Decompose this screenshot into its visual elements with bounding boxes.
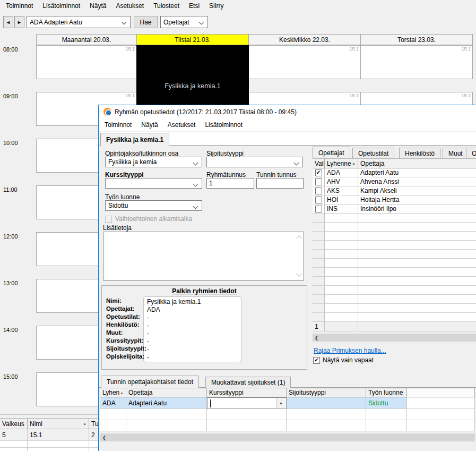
- column-header-tynluonne[interactable]: Työn luonne: [366, 388, 407, 397]
- column-header-opettaja[interactable]: Opettaja: [358, 158, 476, 168]
- empty-cell[interactable]: [325, 286, 358, 295]
- dialog-menu-näytä[interactable]: Näytä: [136, 120, 162, 130]
- empty-cell[interactable]: [325, 232, 358, 241]
- teacher-code-cell[interactable]: AHV: [325, 177, 358, 186]
- next-button[interactable]: ►: [14, 16, 24, 28]
- empty-cell[interactable]: [358, 250, 476, 259]
- tab-editable-placements[interactable]: Muokattavat sijoitukset (1): [205, 377, 291, 388]
- assign-course-type-combobox[interactable]: ▼: [207, 397, 287, 409]
- free-only-checkbox[interactable]: ✔: [313, 357, 320, 364]
- empty-cell[interactable]: [313, 268, 325, 277]
- teacher-code-cell[interactable]: ADA: [325, 168, 358, 177]
- empty-cell[interactable]: [313, 214, 325, 223]
- empty-cell[interactable]: [313, 259, 325, 268]
- empty-cell[interactable]: [358, 241, 476, 250]
- group-id-input[interactable]: 1: [206, 178, 254, 189]
- teacher-name-cell[interactable]: Hoitaja Hertta: [358, 195, 476, 205]
- prev-button[interactable]: ◄: [3, 16, 13, 28]
- empty-cell[interactable]: [358, 304, 476, 313]
- resources-tab-muut[interactable]: Muut: [443, 148, 469, 158]
- teacher-checkbox[interactable]: [315, 206, 322, 212]
- empty-cell[interactable]: [325, 223, 358, 232]
- teacher-checkbox[interactable]: [315, 178, 322, 185]
- column-header-nimi[interactable]: Nimi▲: [28, 418, 89, 429]
- app-menu-tulosteet[interactable]: Tulosteet: [149, 1, 184, 11]
- app-menu-lisätoiminnot[interactable]: Lisätoiminnot: [38, 1, 85, 11]
- empty-cell[interactable]: [207, 420, 287, 431]
- day-header-1[interactable]: Tiistai 21.03.: [136, 34, 249, 45]
- empty-cell[interactable]: [325, 259, 358, 268]
- calendar-cell[interactable]: 15.1: [36, 45, 137, 79]
- table-cell[interactable]: 15.1: [28, 429, 89, 441]
- app-menu-asetukset[interactable]: Asetukset: [111, 1, 149, 11]
- empty-cell[interactable]: [407, 409, 475, 420]
- teacher-name-cell[interactable]: Kampi Akseli: [358, 186, 476, 195]
- day-header-2[interactable]: Keskiviikko 22.03.: [248, 34, 361, 45]
- empty-cell[interactable]: [358, 232, 476, 241]
- app-menu-siirry[interactable]: Siirry: [204, 1, 228, 11]
- notes-textarea[interactable]: [103, 232, 304, 280]
- teacher-code-cell[interactable]: HOI: [325, 195, 358, 205]
- empty-cell[interactable]: [366, 420, 407, 431]
- empty-cell[interactable]: [325, 304, 358, 313]
- empty-cell[interactable]: [313, 232, 325, 241]
- teacher-row-check-cell[interactable]: [313, 195, 325, 205]
- column-header-lyhenne[interactable]: Lyhenne▲: [325, 158, 358, 168]
- empty-cell[interactable]: [207, 409, 287, 420]
- table-cell[interactable]: [0, 441, 28, 448]
- day-header-3[interactable]: Torstai 23.03.: [360, 34, 473, 45]
- day-header-0[interactable]: Maanantai 20.03.: [36, 34, 137, 45]
- tab-teacher-details[interactable]: Tunnin opettajakohtaiset tiedot: [101, 376, 199, 388]
- resources-tab-opettajat[interactable]: Opettajat: [313, 147, 350, 158]
- empty-cell[interactable]: [325, 277, 358, 286]
- scroll-left-icon[interactable]: ❮: [100, 433, 108, 441]
- app-menu-etsi[interactable]: Etsi: [184, 1, 204, 11]
- work-nature-combobox[interactable]: Sidottu: [105, 200, 202, 211]
- empty-cell[interactable]: [100, 420, 126, 431]
- calendar-cell[interactable]: 15.1: [360, 45, 473, 79]
- dialog-titlebar[interactable]: Ryhmän opetustiedot (12/2017: 21.03.2017…: [99, 105, 476, 119]
- course-combobox[interactable]: Fysiikka ja kemia: [105, 157, 202, 167]
- teacher-row-check-cell[interactable]: ✔: [313, 168, 325, 177]
- empty-cell[interactable]: [358, 277, 476, 286]
- table-cell[interactable]: [28, 448, 89, 451]
- search-button[interactable]: Hae: [134, 16, 158, 28]
- teacher-row-check-cell[interactable]: [313, 177, 325, 186]
- dialog-menu-lisätoiminnot[interactable]: Lisätoiminnot: [200, 120, 247, 130]
- app-menu-näytä[interactable]: Näytä: [85, 1, 111, 11]
- primus-filter-link[interactable]: Rajaa Primuksen haulla...: [314, 347, 386, 354]
- empty-cell[interactable]: [358, 214, 476, 223]
- empty-cell[interactable]: [287, 409, 366, 420]
- course-type-combobox[interactable]: [105, 178, 202, 189]
- empty-cell[interactable]: [313, 241, 325, 250]
- app-menu-toiminnot[interactable]: Toiminnot: [1, 1, 38, 11]
- empty-cell[interactable]: [325, 214, 358, 223]
- column-header-kurssityyppi[interactable]: Kurssityyppi: [207, 388, 287, 397]
- empty-cell[interactable]: [126, 409, 207, 420]
- empty-cell[interactable]: [100, 409, 126, 420]
- horizontal-scrollbar[interactable]: ❮: [313, 334, 476, 342]
- column-header-vali[interactable]: Vali: [313, 158, 325, 168]
- empty-cell[interactable]: [358, 268, 476, 277]
- empty-cell[interactable]: [407, 420, 475, 431]
- teacher-checkbox[interactable]: [315, 197, 322, 203]
- empty-cell[interactable]: [313, 295, 325, 304]
- resources-tab-henkilöstö[interactable]: Henkilöstö: [399, 148, 440, 158]
- teacher-code-cell[interactable]: INS: [325, 205, 358, 214]
- resources-tab-opiskelijat[interactable]: Opiskelijat: [466, 148, 476, 158]
- teacher-row-check-cell[interactable]: [313, 205, 325, 214]
- empty-cell[interactable]: [325, 241, 358, 250]
- teacher-name-cell[interactable]: Ahvena Anssi: [358, 177, 476, 186]
- empty-cell[interactable]: [126, 420, 207, 431]
- table-cell[interactable]: [0, 448, 28, 451]
- calendar-cell[interactable]: 15.1: [248, 45, 361, 79]
- empty-cell[interactable]: [358, 313, 476, 322]
- table-cell[interactable]: 5: [0, 429, 28, 441]
- assign-code-cell[interactable]: ADA: [100, 397, 126, 409]
- assign-name-cell[interactable]: Adapteri Aatu: [126, 397, 207, 409]
- assign-work-nature-cell[interactable]: Sidottu: [366, 397, 407, 409]
- table-cell[interactable]: [28, 441, 89, 448]
- horizontal-scrollbar[interactable]: ❮: [100, 433, 475, 441]
- empty-cell[interactable]: [366, 409, 407, 420]
- scroll-left-icon[interactable]: ❮: [313, 334, 321, 342]
